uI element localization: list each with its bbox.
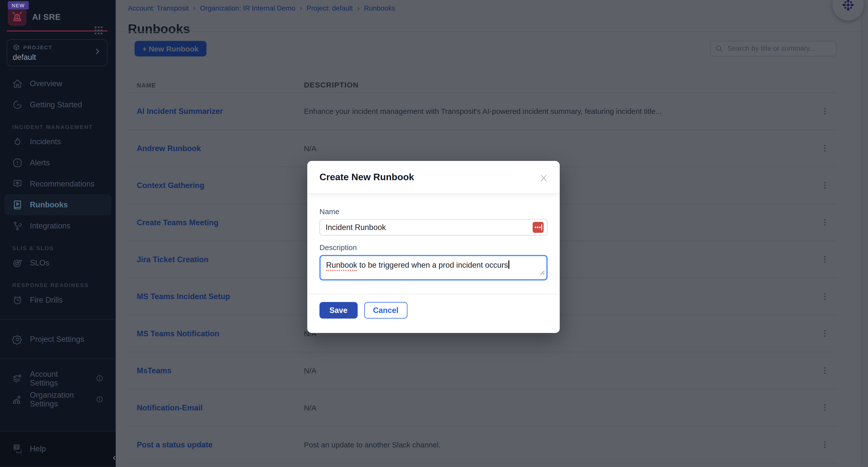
project-label: PROJECT [23, 44, 52, 50]
sidebar-item-label: SLOs [30, 258, 49, 267]
sidebar-item-label: Getting Started [30, 100, 82, 109]
sidebar-item-account-settings[interactable]: Account Settings [0, 368, 116, 389]
sparkle-bubble-icon [12, 178, 23, 189]
sidebar-item-overview[interactable]: Overview [0, 73, 116, 94]
sidebar-item-organization-settings[interactable]: Organization Settings [0, 389, 116, 410]
package-icon [13, 44, 20, 51]
sidebar-item-label: Alerts [30, 158, 50, 167]
gear-icon [12, 334, 23, 344]
help-bubble-icon: ? [12, 443, 23, 454]
project-selector[interactable]: PROJECT default [6, 39, 107, 66]
info-icon[interactable] [96, 374, 104, 382]
create-runbook-modal: Create New Runbook Name [307, 161, 560, 333]
apps-grid-icon[interactable] [94, 26, 103, 36]
sidebar-item-help[interactable]: ? Help [0, 438, 116, 459]
sidebar-item-integrations[interactable]: Integrations [0, 215, 116, 236]
runbook-name-input[interactable] [319, 219, 548, 235]
sidebar-item-label: Project Settings [30, 335, 84, 343]
description-label: Description [319, 243, 548, 252]
runbook-icon [12, 199, 23, 210]
hexagon-alert-icon [12, 157, 23, 168]
sidebar-item-label: Incidents [30, 137, 61, 146]
home-icon [12, 78, 23, 89]
text-caret [508, 260, 509, 269]
sidebar-item-getting-started[interactable]: Getting Started [0, 94, 116, 115]
sidebar-item-slos[interactable]: SLOs [0, 252, 116, 273]
password-manager-icon[interactable] [533, 222, 544, 235]
sidebar-item-recommendations[interactable]: Recommendations [0, 173, 116, 194]
description-textarea[interactable]: Runbook to be triggered when a prod inci… [319, 255, 548, 280]
section-incident-management: INCIDENT MANAGEMENT [0, 124, 116, 130]
sidebar-item-label: Runbooks [30, 200, 68, 209]
sidebar-item-label: Help [30, 444, 46, 453]
sidebar-collapse-icon[interactable]: ‹ [112, 452, 117, 464]
flame-icon [12, 136, 23, 147]
sidebar-item-label: Organization Settings [30, 391, 82, 408]
cancel-button[interactable]: Cancel [364, 302, 407, 319]
close-icon[interactable] [538, 172, 550, 186]
resize-handle-icon[interactable] [539, 267, 545, 278]
name-label: Name [319, 207, 548, 215]
project-value: default [13, 53, 94, 61]
section-slis-slos: SLIS & SLOS [0, 245, 116, 251]
main-content: Account: Transposit Organization: IR Int… [116, 0, 868, 467]
sidebar: NEW AI SRE [0, 0, 116, 467]
svg-text:?: ? [16, 445, 18, 449]
sidebar-item-project-settings[interactable]: Project Settings [0, 329, 116, 349]
description-text: to be triggered when a prod incident occ… [357, 260, 508, 269]
integration-branch-icon [12, 221, 23, 231]
sidebar-item-label: Recommendations [30, 179, 95, 188]
target-arrow-icon [12, 257, 23, 268]
chevron-right-icon [94, 47, 101, 58]
sidebar-item-alerts[interactable]: Alerts [0, 152, 116, 173]
org-chart-gear-icon [12, 394, 23, 405]
progress-circle-icon [12, 99, 23, 110]
sidebar-divider [0, 319, 116, 320]
section-response-readiness: RESPONSE READINESS [0, 282, 116, 288]
app-window: NEW AI SRE [0, 0, 868, 467]
brand-divider [6, 30, 107, 31]
sidebar-item-label: Integrations [30, 221, 70, 230]
save-button[interactable]: Save [319, 302, 358, 319]
sidebar-item-runbooks[interactable]: Runbooks [4, 194, 112, 215]
sidebar-footer: ? Help [0, 431, 116, 467]
modal-header: Create New Runbook [307, 161, 560, 194]
alarm-clock-icon [12, 295, 23, 305]
app-name: AI SRE [32, 12, 61, 21]
info-icon[interactable] [96, 395, 104, 403]
modal-footer: Save Cancel [307, 294, 560, 326]
new-badge: NEW [8, 1, 29, 9]
sidebar-nav: Overview Getting Started INCIDENT MANAGE… [0, 66, 116, 410]
sidebar-item-incidents[interactable]: Incidents [0, 131, 116, 152]
sidebar-item-label: Overview [30, 79, 62, 88]
sidebar-item-label: Fire Drills [30, 295, 63, 304]
layers-gear-icon [12, 373, 23, 383]
misspelled-word: Runbook [326, 260, 357, 271]
modal-title: Create New Runbook [319, 172, 414, 183]
sidebar-divider [0, 359, 116, 359]
sidebar-item-label: Account Settings [30, 369, 82, 387]
siren-logo-icon [8, 7, 27, 26]
modal-body: Name Description Runbook to be triggered… [307, 194, 560, 280]
sidebar-item-fire-drills[interactable]: Fire Drills [0, 289, 116, 310]
